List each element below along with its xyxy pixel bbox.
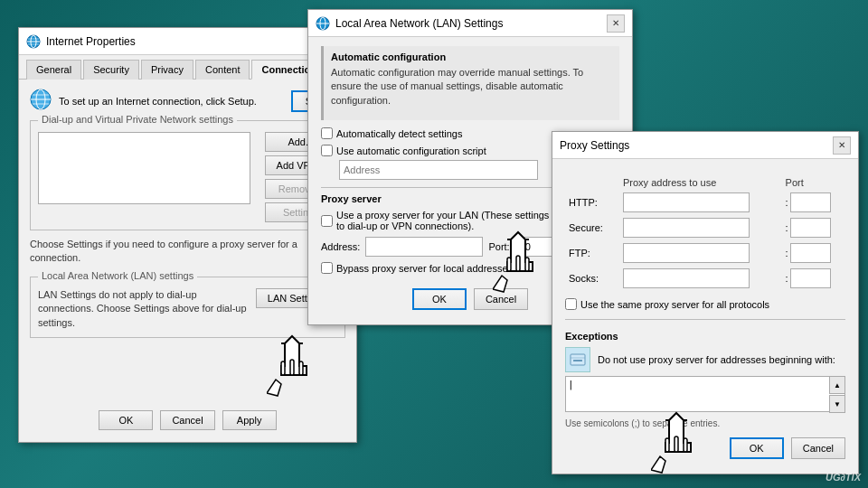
scroll-up-button[interactable]: ▲: [829, 376, 845, 394]
address-input[interactable]: [339, 160, 538, 180]
proxy-bottom-btns: OK Cancel: [565, 437, 845, 459]
table-row: FTP: :: [565, 240, 845, 266]
lan-section: Local Area Network (LAN) settings LAN Se…: [30, 277, 345, 338]
ftp-address-input[interactable]: [623, 243, 750, 263]
lan-note: LAN Settings do not apply to dial-up con…: [38, 288, 249, 330]
ftp-port-input[interactable]: [790, 243, 831, 263]
tab-privacy[interactable]: Privacy: [141, 60, 193, 80]
address-field-label: Address:: [321, 241, 360, 252]
same-proxy-label: Use the same proxy server for all protoc…: [580, 299, 769, 310]
dialup-vpn-groupbox: Dial-up and Virtual Private Network sett…: [30, 120, 345, 230]
connections-row: Add... Add VPN... Remove... Settings: [38, 132, 337, 222]
proxy-content: Proxy address to use Port HTTP: : Secure…: [552, 159, 858, 468]
proxy-address-col: Proxy address to use: [619, 175, 782, 190]
lan-close-button[interactable]: ✕: [607, 14, 625, 33]
lan-cancel-button[interactable]: Cancel: [474, 288, 528, 310]
exceptions-section: Exceptions Do not use proxy server for a…: [565, 331, 845, 428]
internet-properties-icon: [26, 34, 41, 49]
same-proxy-row: Use the same proxy server for all protoc…: [565, 298, 845, 310]
internet-properties-window: Internet Properties ? ✕ General Security…: [18, 27, 357, 443]
proxy-address-input[interactable]: [365, 237, 483, 257]
internet-properties-titlebar: Internet Properties ? ✕: [19, 28, 356, 55]
exceptions-textarea[interactable]: |: [565, 376, 845, 412]
auto-config-script-checkbox[interactable]: [321, 145, 333, 156]
proxy-port-col: Port: [782, 175, 845, 190]
lan-settings-icon: [316, 16, 330, 31]
secure-address-input[interactable]: [623, 218, 750, 238]
socks-address-input[interactable]: [623, 268, 750, 288]
proxy-note: Choose Settings if you need to configure…: [30, 238, 345, 266]
cancel-button[interactable]: Cancel: [160, 410, 214, 430]
proxy-table: Proxy address to use Port HTTP: : Secure…: [565, 175, 845, 291]
bypass-label: Bypass proxy server for local addresses: [336, 263, 513, 274]
dialup-vpn-label: Dial-up and Virtual Private Network sett…: [38, 114, 237, 125]
bottom-buttons: OK Cancel Apply: [19, 410, 356, 430]
port-input[interactable]: [515, 237, 556, 257]
proxy-settings-title: Proxy Settings: [560, 139, 629, 152]
lan-settings-titlebar: Local Area Network (LAN) Settings ✕: [308, 10, 632, 37]
exceptions-icon: [565, 347, 590, 372]
secure-port-input[interactable]: [790, 218, 831, 238]
lan-groupbox-label: Local Area Network (LAN) settings: [38, 270, 197, 281]
table-row: Socks: :: [565, 266, 845, 291]
http-address-input[interactable]: [623, 192, 750, 212]
exceptions-note: Do not use proxy server for addresses be…: [598, 354, 835, 365]
svg-rect-15: [573, 360, 582, 361]
table-row: HTTP: :: [565, 190, 845, 215]
apply-button[interactable]: Apply: [222, 410, 277, 430]
ok-button[interactable]: OK: [99, 410, 153, 430]
tab-general[interactable]: General: [26, 60, 81, 80]
port-label: Port:: [488, 241, 509, 252]
lan-settings-title: Local Area Network (LAN) Settings: [335, 17, 503, 30]
auto-config-note: Automatic configuration may override man…: [331, 66, 612, 108]
auto-detect-checkbox[interactable]: [321, 127, 333, 139]
lan-ok-button[interactable]: OK: [412, 288, 467, 310]
same-proxy-checkbox[interactable]: [565, 298, 577, 310]
bypass-checkbox[interactable]: [321, 262, 333, 274]
exceptions-hint: Use semicolons (;) to separate entries.: [565, 418, 845, 428]
scroll-down-button[interactable]: ▼: [829, 395, 845, 413]
auto-config-title: Automatic configuration: [331, 52, 612, 62]
tab-security[interactable]: Security: [83, 60, 139, 80]
tabs-bar: General Security Privacy Content Connect…: [19, 55, 356, 80]
exceptions-title: Exceptions: [565, 331, 845, 342]
use-proxy-checkbox[interactable]: [321, 215, 333, 227]
lan-groupbox: Local Area Network (LAN) settings LAN Se…: [30, 277, 345, 338]
table-row: Secure: :: [565, 215, 845, 240]
proxy-settings-titlebar: Proxy Settings ✕: [552, 132, 858, 159]
socks-port-input[interactable]: [790, 268, 831, 288]
vpn-list[interactable]: [38, 132, 250, 204]
auto-config-script-label: Use automatic configuration script: [336, 145, 486, 156]
connection-hint: To set up an Internet connection, click …: [59, 96, 257, 107]
auto-detect-label: Automatically detect settings: [336, 128, 462, 139]
proxy-cancel-button[interactable]: Cancel: [791, 437, 845, 459]
internet-properties-title: Internet Properties: [46, 35, 136, 48]
tab-content[interactable]: Content: [195, 60, 250, 80]
internet-globe-icon: [30, 89, 52, 113]
exceptions-header: Do not use proxy server for addresses be…: [565, 347, 845, 372]
proxy-ok-button[interactable]: OK: [730, 437, 784, 459]
proxy-close-button[interactable]: ✕: [833, 136, 851, 155]
proxy-settings-window: Proxy Settings ✕ Proxy address to use Po…: [552, 131, 859, 474]
http-port-input[interactable]: [790, 192, 831, 212]
watermark: UG∂TIX: [826, 472, 861, 483]
